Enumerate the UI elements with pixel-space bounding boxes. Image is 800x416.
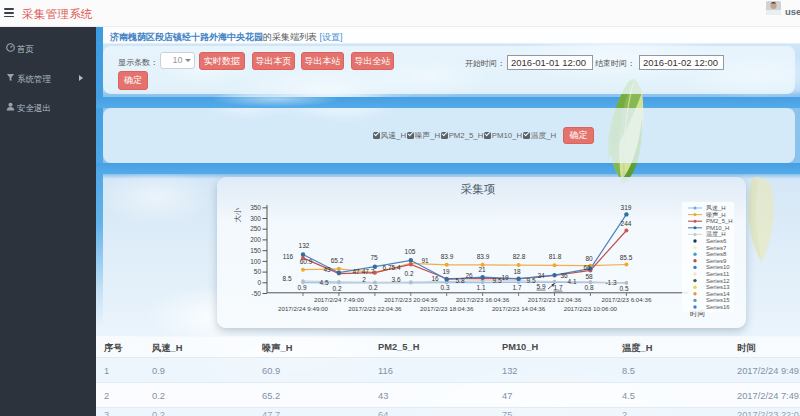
- svg-text:105: 105: [405, 248, 416, 255]
- svg-text:2017/2/24 9:49:00: 2017/2/24 9:49:00: [278, 305, 328, 312]
- svg-text:2: 2: [362, 276, 366, 283]
- svg-text:80: 80: [585, 255, 593, 262]
- svg-text:Series10: Series10: [706, 264, 730, 270]
- svg-text:18: 18: [513, 268, 521, 275]
- svg-text:2017/2/23 12:04:36: 2017/2/23 12:04:36: [528, 296, 582, 303]
- svg-text:Series15: Series15: [706, 297, 730, 303]
- svg-text:-50: -50: [252, 290, 262, 297]
- svg-text:0.2: 0.2: [332, 285, 341, 292]
- svg-text:66: 66: [583, 264, 591, 271]
- svg-text:244: 244: [621, 220, 632, 227]
- svg-text:47.7: 47.7: [362, 268, 375, 275]
- svg-text:Series14: Series14: [706, 291, 730, 297]
- svg-text:9.5: 9.5: [526, 277, 535, 284]
- svg-text:5.8: 5.8: [455, 277, 464, 284]
- svg-text:Series9: Series9: [706, 258, 727, 264]
- svg-text:Series13: Series13: [706, 284, 730, 290]
- svg-text:200: 200: [250, 236, 261, 243]
- svg-text:Series11: Series11: [706, 271, 730, 277]
- svg-text:0: 0: [257, 279, 261, 286]
- svg-text:6.7: 6.7: [382, 264, 391, 271]
- svg-text:50: 50: [254, 268, 262, 275]
- svg-text:150: 150: [250, 247, 261, 254]
- svg-text:47: 47: [352, 268, 360, 275]
- svg-text:132: 132: [299, 242, 310, 249]
- svg-text:2017/2/23 10:06:00: 2017/2/23 10:06:00: [564, 305, 618, 312]
- svg-text:PM10_H: PM10_H: [706, 225, 729, 231]
- svg-text:319: 319: [621, 204, 632, 211]
- svg-text:19: 19: [442, 268, 450, 275]
- svg-text:5.4: 5.4: [391, 264, 400, 271]
- svg-text:100: 100: [250, 258, 261, 265]
- svg-text:Series8: Series8: [706, 251, 727, 257]
- svg-text:60.9: 60.9: [300, 258, 313, 265]
- svg-text:风速_H: 风速_H: [706, 205, 726, 211]
- svg-text:83.9: 83.9: [441, 253, 454, 260]
- svg-text:2017/2/23 6:04:36: 2017/2/23 6:04:36: [601, 296, 651, 303]
- svg-text:250: 250: [250, 225, 261, 232]
- svg-text:300: 300: [250, 215, 261, 222]
- svg-text:5.9: 5.9: [536, 283, 545, 290]
- svg-text:26: 26: [465, 272, 473, 279]
- svg-text:噪声_H: 噪声_H: [706, 212, 726, 218]
- svg-text:34: 34: [537, 272, 545, 279]
- svg-text:16: 16: [431, 275, 439, 282]
- svg-text:0.8: 0.8: [584, 284, 593, 291]
- svg-text:1.7: 1.7: [553, 284, 562, 291]
- svg-text:0.5: 0.5: [619, 285, 628, 292]
- svg-text:2017/2/24 7:49:00: 2017/2/24 7:49:00: [314, 296, 364, 303]
- svg-text:0.2: 0.2: [368, 284, 377, 291]
- svg-text:0.3: 0.3: [440, 284, 449, 291]
- svg-text:0.2: 0.2: [404, 270, 413, 277]
- svg-text:19: 19: [501, 274, 509, 281]
- svg-text:PM2_5_H: PM2_5_H: [706, 218, 733, 224]
- svg-text:2017/2/23 20:04:36: 2017/2/23 20:04:36: [384, 296, 438, 303]
- svg-text:大小: 大小: [233, 207, 242, 223]
- svg-text:65.2: 65.2: [331, 257, 344, 264]
- svg-text:0.9: 0.9: [297, 284, 306, 291]
- svg-text:82.8: 82.8: [513, 253, 526, 260]
- svg-text:3.6: 3.6: [391, 276, 400, 283]
- svg-text:2017/2/23 22:04:36: 2017/2/23 22:04:36: [348, 305, 402, 312]
- svg-text:91: 91: [421, 257, 429, 264]
- svg-text:4.5: 4.5: [319, 279, 328, 286]
- svg-text:Series6: Series6: [706, 238, 727, 244]
- svg-text:Series12: Series12: [706, 278, 730, 284]
- svg-text:21: 21: [478, 266, 486, 273]
- svg-text:Series16: Series16: [706, 304, 730, 310]
- svg-text:2017/2/23 18:04:36: 2017/2/23 18:04:36: [420, 305, 474, 312]
- svg-text:83.9: 83.9: [477, 253, 490, 260]
- svg-text:4.1: 4.1: [567, 278, 576, 285]
- svg-text:Series7: Series7: [706, 245, 727, 251]
- svg-text:-1.3: -1.3: [605, 279, 617, 286]
- svg-text:85.5: 85.5: [620, 254, 633, 261]
- svg-text:75: 75: [370, 254, 378, 261]
- svg-text:43: 43: [323, 266, 331, 273]
- svg-text:2017/2/23 14:04:36: 2017/2/23 14:04:36: [492, 305, 546, 312]
- svg-text:350: 350: [250, 204, 261, 211]
- svg-text:1.7: 1.7: [512, 284, 521, 291]
- svg-text:8.5: 8.5: [282, 275, 291, 282]
- svg-text:116: 116: [283, 253, 294, 260]
- svg-text:2017/2/23 16:04:36: 2017/2/23 16:04:36: [456, 296, 510, 303]
- svg-text:81.8: 81.8: [549, 253, 562, 260]
- svg-text:58: 58: [585, 273, 593, 280]
- svg-text:1.1: 1.1: [476, 284, 485, 291]
